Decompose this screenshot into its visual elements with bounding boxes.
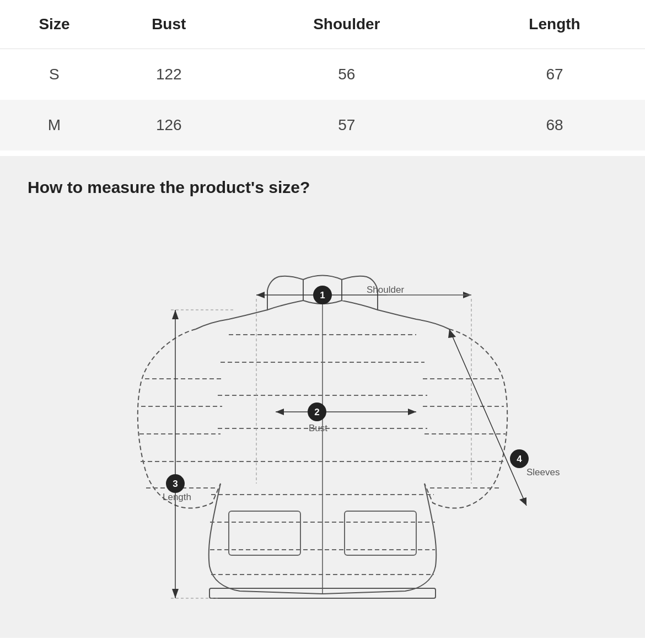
measure-title: How to measure the product's size? — [28, 178, 617, 197]
diagram-container: 1 Shoulder 2 Bust 3 L — [28, 213, 617, 610]
svg-text:2: 2 — [314, 407, 319, 417]
col-header-shoulder: Shoulder — [229, 0, 464, 49]
cell-bust-s: 122 — [109, 49, 229, 100]
jacket-diagram: 1 Shoulder 2 Bust 3 L — [85, 213, 560, 610]
svg-text:Bust: Bust — [309, 423, 327, 433]
size-table: Size Bust Shoulder Length S 122 56 67 M … — [0, 0, 645, 151]
cell-length-s: 67 — [464, 49, 645, 100]
measure-section: How to measure the product's size? — [0, 156, 645, 638]
col-header-bust: Bust — [109, 0, 229, 49]
cell-size-m: M — [0, 100, 109, 151]
cell-size-s: S — [0, 49, 109, 100]
svg-text:Length: Length — [163, 492, 191, 502]
cell-shoulder-m: 57 — [229, 100, 464, 151]
col-header-size: Size — [0, 0, 109, 49]
cell-bust-m: 126 — [109, 100, 229, 151]
svg-text:4: 4 — [517, 454, 522, 464]
table-row: M 126 57 68 — [0, 100, 645, 151]
svg-text:Shoulder: Shoulder — [367, 285, 404, 295]
svg-text:3: 3 — [173, 479, 178, 489]
svg-text:Sleeves: Sleeves — [526, 467, 560, 477]
col-header-length: Length — [464, 0, 645, 49]
svg-text:1: 1 — [320, 290, 325, 300]
cell-shoulder-s: 56 — [229, 49, 464, 100]
table-row: S 122 56 67 — [0, 49, 645, 100]
cell-length-m: 68 — [464, 100, 645, 151]
